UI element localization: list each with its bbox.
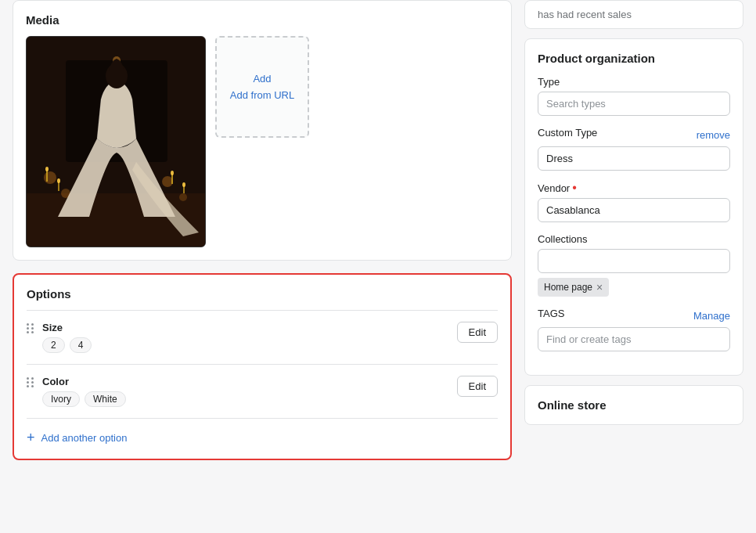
collections-label: Collections bbox=[538, 233, 730, 245]
option-name: Color bbox=[42, 376, 449, 387]
svg-rect-9 bbox=[46, 170, 48, 182]
collections-field-group: Collections Home page × bbox=[538, 233, 730, 297]
option-info: ColorIvoryWhite bbox=[42, 376, 449, 407]
media-title: Media bbox=[26, 13, 499, 27]
add-from-url-link[interactable]: Add from URL bbox=[230, 89, 294, 101]
drag-handle[interactable] bbox=[27, 377, 34, 387]
type-input[interactable] bbox=[538, 92, 730, 116]
add-media-link[interactable]: Add bbox=[253, 73, 271, 85]
svg-point-15 bbox=[171, 171, 174, 175]
option-row: Size24Edit bbox=[27, 310, 498, 364]
vendor-label: Vendor• bbox=[538, 182, 730, 194]
online-store-title: Online store bbox=[538, 398, 730, 412]
type-field-group: Type bbox=[538, 76, 730, 116]
custom-type-field-group: Custom Type remove bbox=[538, 127, 730, 171]
vendor-field-group: Vendor• bbox=[538, 182, 730, 222]
edit-option-color-button[interactable]: Edit bbox=[457, 376, 498, 397]
option-tag: 2 bbox=[42, 337, 65, 353]
custom-type-input[interactable] bbox=[538, 146, 730, 171]
option-tags: 24 bbox=[42, 337, 449, 353]
svg-point-3 bbox=[44, 171, 56, 184]
add-option-row: + Add another option bbox=[27, 418, 498, 446]
options-title: Options bbox=[27, 287, 498, 301]
tags-label: TAGS bbox=[538, 308, 564, 319]
tags-input[interactable] bbox=[538, 327, 730, 351]
media-grid: Add Add from URL bbox=[26, 36, 499, 247]
product-organization-card: Product organization Type Custom Type re… bbox=[524, 38, 743, 376]
option-name: Size bbox=[42, 322, 449, 333]
option-info: Size24 bbox=[42, 322, 449, 353]
option-row: ColorIvoryWhiteEdit bbox=[27, 364, 498, 418]
type-label: Type bbox=[538, 76, 730, 88]
custom-type-label: Custom Type bbox=[538, 127, 597, 139]
svg-point-5 bbox=[162, 176, 173, 187]
recent-sales-text: has had recent sales bbox=[538, 9, 632, 20]
option-tag: Ivory bbox=[42, 391, 80, 407]
custom-type-header: Custom Type remove bbox=[538, 127, 730, 142]
tags-header: TAGS Manage bbox=[538, 308, 730, 323]
product-org-title: Product organization bbox=[538, 52, 730, 65]
option-tag: 4 bbox=[70, 337, 92, 353]
tags-field-group: TAGS Manage bbox=[538, 308, 730, 351]
option-tags: IvoryWhite bbox=[42, 391, 449, 407]
svg-point-16 bbox=[182, 182, 185, 187]
vendor-required: • bbox=[572, 182, 577, 194]
drag-handle[interactable] bbox=[27, 323, 34, 333]
options-card: Options Size24EditColorIvoryWhiteEdit + … bbox=[13, 273, 512, 460]
edit-option-size-button[interactable]: Edit bbox=[457, 322, 498, 343]
collections-tag: Home page × bbox=[538, 278, 609, 297]
dress-image bbox=[27, 37, 206, 247]
remove-custom-type-link[interactable]: remove bbox=[697, 129, 730, 141]
svg-point-13 bbox=[45, 167, 49, 171]
media-card: Media bbox=[13, 0, 512, 261]
add-option-link[interactable]: Add another option bbox=[41, 432, 128, 444]
media-add-box[interactable]: Add Add from URL bbox=[215, 36, 309, 138]
online-store-card: Online store bbox=[524, 385, 743, 425]
options-list: Size24EditColorIvoryWhiteEdit bbox=[27, 310, 498, 418]
collections-input[interactable] bbox=[538, 249, 730, 273]
vendor-input[interactable] bbox=[538, 198, 730, 222]
add-option-icon: + bbox=[27, 430, 35, 446]
media-thumbnail bbox=[26, 36, 206, 247]
svg-point-6 bbox=[179, 193, 187, 201]
option-tag: White bbox=[85, 391, 126, 407]
recent-sales-banner: has had recent sales bbox=[524, 0, 743, 29]
manage-tags-link[interactable]: Manage bbox=[693, 310, 730, 322]
collections-tag-label: Home page bbox=[544, 282, 592, 293]
svg-point-14 bbox=[57, 178, 60, 183]
collections-tag-remove[interactable]: × bbox=[596, 281, 603, 294]
